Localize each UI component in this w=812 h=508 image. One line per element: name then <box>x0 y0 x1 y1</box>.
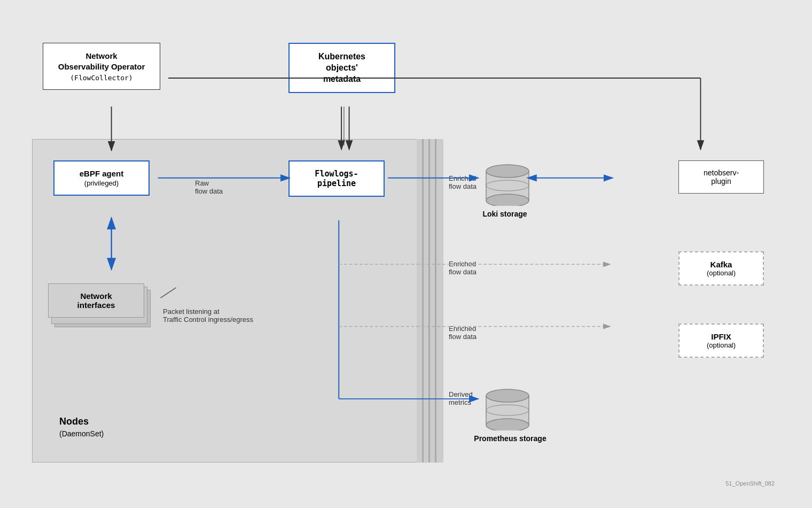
nodes-sublabel: (DaemonSet) <box>59 429 104 438</box>
ebpf-title: eBPF agent <box>63 169 140 178</box>
loki-label: Loki storage <box>473 210 537 218</box>
svg-point-5 <box>486 389 529 402</box>
enriched2-label: Enrichedflow data <box>449 260 477 276</box>
noo-subtitle: (FlowCollector) <box>52 74 151 82</box>
noo-title: NetworkObservability Operator <box>52 51 151 72</box>
enriched1-label: Enrichedflow data <box>449 174 477 190</box>
ipfix-subtitle: (optional) <box>686 341 756 349</box>
divider-line-2 <box>428 139 430 463</box>
ebpf-subtitle: (privileged) <box>63 179 140 187</box>
raw-flow-label: Rawflow data <box>195 179 223 195</box>
ebpf-box: eBPF agent (privileged) <box>53 160 150 196</box>
ipfix-box: IPFIX (optional) <box>678 324 764 358</box>
divider-line-1 <box>422 139 424 463</box>
k8s-box: Kubernetesobjects'metadata <box>288 43 395 93</box>
svg-point-3 <box>486 194 529 206</box>
noo-box: NetworkObservability Operator (FlowColle… <box>43 43 160 90</box>
divider-line-3 <box>435 139 436 463</box>
prometheus-cylinder <box>483 388 532 433</box>
divider-area <box>417 139 443 463</box>
loki-cylinder <box>483 163 532 208</box>
netif-title: Networkinterfaces <box>57 291 135 310</box>
enriched3-label: Enrichedflow data <box>449 325 477 341</box>
netobserv-box: netobserv-plugin <box>678 160 764 194</box>
k8s-title: Kubernetesobjects'metadata <box>298 51 386 84</box>
netif-stack: Networkinterfaces <box>48 283 144 318</box>
netobserv-text: netobserv-plugin <box>704 168 739 186</box>
svg-point-7 <box>486 419 529 430</box>
watermark: 51_OpenShift_082 <box>725 480 775 487</box>
nodes-label: Nodes <box>59 416 89 427</box>
packet-listening-label: Packet listening atTraffic Control ingre… <box>163 307 253 324</box>
kafka-subtitle: (optional) <box>686 269 756 277</box>
ipfix-title: IPFIX <box>686 332 756 341</box>
svg-point-1 <box>486 165 529 178</box>
flowlogs-box: Flowlogs-pipeline <box>288 160 385 197</box>
kafka-box: Kafka (optional) <box>678 251 764 286</box>
netif-box: Networkinterfaces <box>48 283 144 318</box>
flowlogs-title: Flowlogs-pipeline <box>298 169 375 188</box>
prometheus-label: Prometheus storage <box>465 434 556 443</box>
derived-metrics-label: Derivedmetrics <box>449 390 473 406</box>
kafka-title: Kafka <box>686 260 756 269</box>
